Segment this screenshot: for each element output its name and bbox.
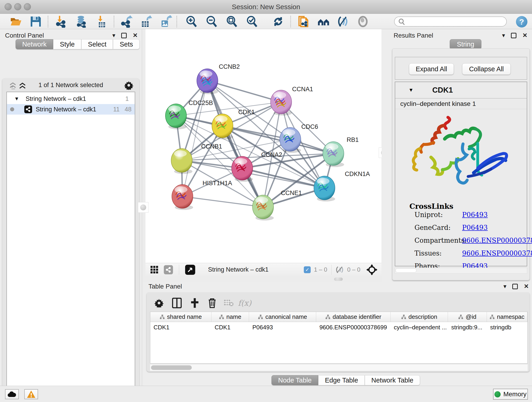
tree-expand-icon[interactable]: ▼ [14, 96, 19, 102]
network-node-CDKN1A[interactable]: CDKN1A [314, 171, 370, 201]
table-cell[interactable]: CDK1 [150, 322, 211, 332]
tab-string[interactable]: String [450, 39, 481, 49]
table-cell[interactable]: P06493 [249, 322, 316, 332]
import-network-file-icon[interactable] [55, 15, 67, 28]
highlight-icon[interactable] [356, 15, 369, 28]
network-row[interactable]: String Network – cdk1 11 48 [7, 104, 135, 115]
horizontal-split-grip[interactable] [334, 278, 343, 281]
column-header-5[interactable]: @id [448, 312, 487, 322]
left-split-grip[interactable] [138, 202, 148, 213]
zoom-out-icon[interactable] [205, 15, 218, 28]
table-cell[interactable]: stringdb:9... [448, 322, 487, 332]
network-options-gear-icon[interactable] [124, 81, 133, 90]
search-icon [398, 18, 406, 26]
network-node-CCNB2[interactable]: CCNB2 [197, 63, 240, 94]
table-row[interactable]: CDK1CDK1P064939606.ENSP00000378699cyclin… [150, 322, 527, 332]
node-table[interactable]: shared namenamecanonical namedatabase id… [150, 312, 528, 364]
network-canvas[interactable]: CCNB2CCNA1CDC25BCDK1CDC6RB1CCNB1CCNA2CDK… [146, 29, 381, 263]
network-node-CDC25B[interactable]: CDC25B [165, 99, 213, 129]
refresh-icon[interactable] [272, 15, 285, 28]
network-collection-row[interactable]: ▼ String Network – cdk1 1 [7, 94, 135, 104]
node-label: CDC6 [301, 123, 318, 130]
toolbar-separator [290, 16, 291, 27]
fit-selection-crosshair-icon[interactable] [366, 264, 377, 275]
tab-select[interactable]: Select [81, 39, 113, 49]
table-cell[interactable]: cyclin–dependent ... [391, 322, 448, 332]
tab-network[interactable]: Network [16, 39, 53, 49]
warning-status-button[interactable] [24, 389, 38, 399]
network-node-CCNA1[interactable]: CCNA1 [271, 86, 313, 115]
toolbar-separator [48, 16, 48, 27]
table-cell[interactable]: 9606.ENSP00000378699 [316, 322, 391, 332]
network-node-RB1[interactable]: RB1 [323, 136, 359, 167]
panel-float-icon[interactable] [511, 33, 516, 38]
search-input[interactable] [394, 17, 507, 27]
crosslink-link[interactable]: P06493 [462, 224, 488, 231]
open-session-icon[interactable] [10, 15, 22, 28]
import-table-file-icon[interactable] [95, 15, 108, 28]
network-edge[interactable] [182, 196, 263, 207]
column-header-2[interactable]: canonical name [249, 312, 316, 322]
table-horizontal-scrollbar[interactable] [150, 364, 528, 371]
window-title: Session: New Session [0, 3, 532, 11]
show-hide-graphics-icon[interactable] [336, 15, 349, 28]
column-type-icon [160, 314, 165, 319]
export-image-icon[interactable] [159, 15, 172, 28]
birds-eye-view-icon[interactable] [185, 265, 195, 275]
panel-collapse-icon[interactable]: ▾ [502, 32, 505, 39]
panel-collapse-icon[interactable]: ▾ [112, 32, 115, 39]
collapse-all-button[interactable]: Collapse All [462, 63, 511, 75]
warning-icon [27, 390, 36, 398]
crosslink-link[interactable]: 9606.ENSP00000378699 [462, 236, 532, 244]
string-view-icon[interactable] [164, 265, 173, 274]
table-options-gear-icon[interactable] [152, 297, 165, 309]
node-label: CDC25B [189, 99, 213, 106]
network-edge[interactable] [182, 81, 207, 196]
panel-float-icon[interactable] [512, 284, 518, 289]
cloud-status-button[interactable] [5, 389, 19, 399]
duplicate-network-icon[interactable] [297, 15, 310, 28]
column-header-3[interactable]: database identifier [316, 312, 391, 322]
column-header-4[interactable]: description [391, 312, 448, 322]
tab-style[interactable]: Style [53, 39, 81, 49]
table-cell[interactable]: stringdb [487, 322, 527, 332]
zoom-in-icon[interactable] [185, 15, 198, 28]
tab-sets[interactable]: Sets [113, 39, 139, 49]
network-node-CCNE1[interactable]: CCNE1 [253, 190, 302, 220]
add-column-icon[interactable] [188, 297, 201, 309]
gene-collapse-icon[interactable]: ▼ [409, 87, 413, 93]
show-columns-icon[interactable] [171, 297, 183, 309]
delete-column-icon[interactable] [206, 297, 219, 309]
results-horizontal-scrollbar[interactable] [395, 268, 527, 274]
network-node-HIST1H1A[interactable]: HIST1H1A [172, 180, 232, 210]
panel-close-icon[interactable]: ✕ [133, 32, 138, 39]
status-bar: Memory [0, 386, 532, 402]
memory-button[interactable]: Memory [493, 389, 528, 400]
tab-edge-table[interactable]: Edge Table [318, 375, 365, 385]
panel-collapse-icon[interactable]: ▾ [503, 283, 506, 290]
panel-close-icon[interactable]: ✕ [522, 32, 527, 39]
zoom-selected-icon[interactable] [246, 15, 259, 28]
tab-network-table[interactable]: Network Table [365, 375, 420, 385]
crosslink-link[interactable]: 9606.ENSP00000378699 [462, 249, 532, 257]
panel-float-icon[interactable] [121, 33, 127, 38]
import-network-database-icon[interactable] [75, 15, 88, 28]
export-table-icon[interactable] [140, 15, 152, 28]
column-header-6[interactable]: namespac [487, 312, 527, 322]
panel-close-icon[interactable]: ✕ [524, 283, 529, 290]
export-network-icon[interactable] [120, 15, 133, 28]
help-icon[interactable]: ? [516, 16, 527, 27]
zoom-fit-icon[interactable] [225, 15, 238, 28]
show-all-panels-icon[interactable] [317, 15, 330, 28]
save-session-icon[interactable] [29, 15, 42, 28]
table-header-row[interactable]: shared namenamecanonical namedatabase id… [150, 312, 527, 322]
column-header-0[interactable]: shared name [150, 312, 211, 322]
tab-node-table[interactable]: Node Table [272, 375, 318, 385]
column-header-1[interactable]: name [211, 312, 249, 322]
expand-all-button[interactable]: Expand All [409, 63, 454, 75]
selected-checkbox-icon[interactable]: ✓ [304, 266, 311, 273]
table-cell[interactable]: CDK1 [211, 322, 249, 332]
crosslink-link[interactable]: P06493 [462, 211, 488, 219]
grid-view-icon[interactable] [150, 265, 159, 274]
gene-header-row[interactable]: ▼ CDK1 [395, 82, 527, 99]
